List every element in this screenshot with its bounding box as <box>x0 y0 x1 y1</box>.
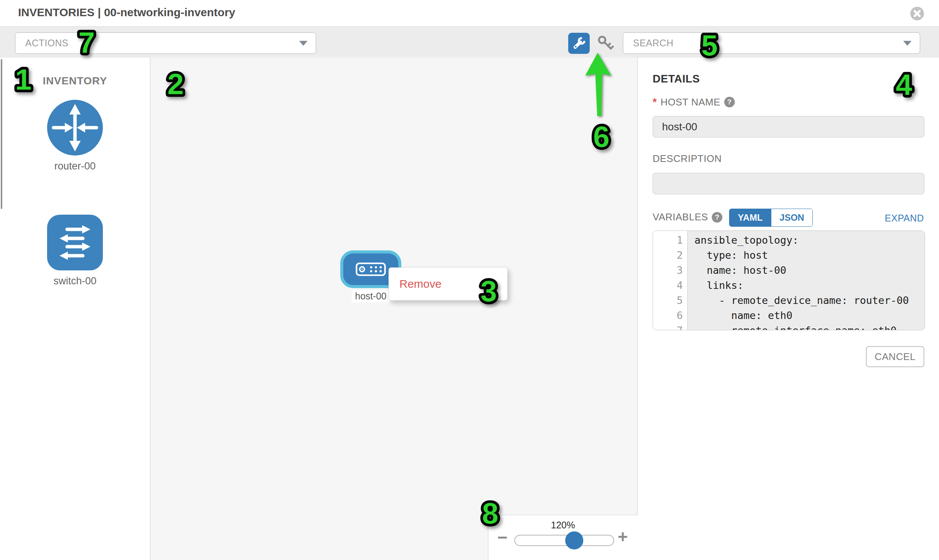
details-title: DETAILS <box>653 73 700 85</box>
host-node-label: host-00 <box>352 290 390 302</box>
help-icon[interactable]: ? <box>712 212 722 223</box>
description-input[interactable] <box>653 173 924 194</box>
details-panel: DETAILS * HOST NAME ? DESCRIPTION VARIAB… <box>638 58 939 560</box>
editor-code[interactable]: ansible_topology: type: host name: host-… <box>688 231 925 330</box>
code-line: - remote_device_name: router-00 <box>694 293 925 308</box>
json-toggle[interactable]: JSON <box>771 209 813 226</box>
palette-title: INVENTORY <box>0 75 150 87</box>
required-asterisk: * <box>653 96 657 108</box>
variables-format-toggle: YAML JSON <box>729 209 813 227</box>
help-icon[interactable]: ? <box>724 97 735 107</box>
yaml-toggle[interactable]: YAML <box>729 209 771 226</box>
zoom-slider[interactable] <box>514 535 614 546</box>
inventory-topology-app: INVENTORIES | 00-networking-inventory AC… <box>0 0 939 560</box>
topology-canvas[interactable]: host-00 Details Remove 120% − + <box>150 58 638 560</box>
host-icon <box>355 262 387 277</box>
code-line: ansible_topology: <box>694 233 925 248</box>
description-label-row: DESCRIPTION <box>653 153 722 165</box>
key-icon[interactable] <box>597 34 615 52</box>
header: INVENTORIES | 00-networking-inventory <box>0 0 939 26</box>
line-number: 5 <box>653 293 683 308</box>
code-line: links: <box>694 278 925 293</box>
page-title: INVENTORIES | 00-networking-inventory <box>18 6 235 19</box>
palette-item-switch[interactable]: switch-00 <box>0 214 150 287</box>
menu-item-remove[interactable]: Remove <box>389 273 507 295</box>
cancel-button[interactable]: CANCEL <box>866 346 924 367</box>
expand-link[interactable]: EXPAND <box>885 213 924 224</box>
inventory-palette: INVENTORY router-00 <box>0 58 150 560</box>
close-icon[interactable] <box>910 6 924 21</box>
code-line: name: host-00 <box>694 263 925 278</box>
switch-icon <box>47 214 103 271</box>
scrollbar[interactable] <box>1 59 2 209</box>
variables-label-row: VARIABLES ? <box>653 211 722 223</box>
zoom-out-button[interactable]: − <box>497 527 507 548</box>
chevron-down-icon <box>903 41 911 46</box>
host-name-label-row: * HOST NAME ? <box>653 96 735 108</box>
line-number: 4 <box>653 278 683 293</box>
router-icon <box>47 99 103 156</box>
zoom-in-button[interactable]: + <box>618 526 628 547</box>
search-input[interactable] <box>623 37 920 49</box>
search-dropdown[interactable] <box>623 32 920 54</box>
node-context-menu: Details Remove <box>389 268 507 300</box>
zoom-level: 120% <box>488 520 638 531</box>
description-label: DESCRIPTION <box>653 153 722 165</box>
line-number: 2 <box>653 248 683 263</box>
host-name-input[interactable] <box>653 116 924 137</box>
variables-editor[interactable]: 1 2 3 4 5 6 7 ansible_topology: type: ho… <box>653 231 925 330</box>
host-name-label: HOST NAME <box>660 96 720 108</box>
line-number: 6 <box>653 308 683 323</box>
wrench-icon <box>572 37 586 50</box>
code-line: name: eth0 <box>694 308 925 323</box>
line-number: 1 <box>653 233 683 248</box>
palette-item-router[interactable]: router-00 <box>0 99 150 172</box>
actions-dropdown-label: ACTIONS <box>15 38 316 49</box>
chevron-down-icon <box>299 41 307 46</box>
line-number: 3 <box>653 263 683 278</box>
zoom-slider-thumb[interactable] <box>565 531 583 549</box>
variables-label: VARIABLES <box>653 211 708 223</box>
toolbar: ACTIONS <box>0 26 939 58</box>
code-line: type: host <box>694 248 925 263</box>
line-number: 7 <box>653 323 683 330</box>
palette-item-label: switch-00 <box>0 275 150 287</box>
editor-gutter: 1 2 3 4 5 6 7 <box>653 231 688 330</box>
actions-dropdown[interactable]: ACTIONS <box>15 32 316 54</box>
tools-button[interactable] <box>568 33 590 54</box>
zoom-control: 120% − + <box>488 515 638 560</box>
palette-item-label: router-00 <box>0 160 150 172</box>
code-line: remote_interface_name: eth0 <box>694 323 925 330</box>
